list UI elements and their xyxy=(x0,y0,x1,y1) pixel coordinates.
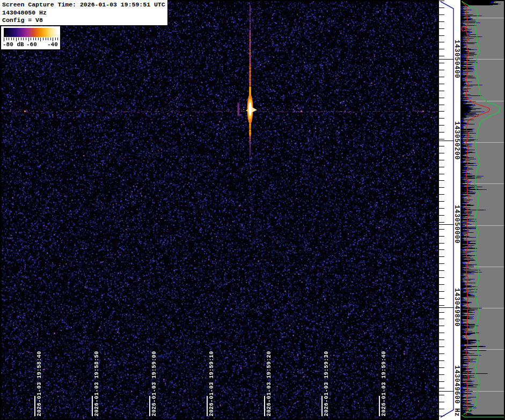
time-label: 2026-01-03 19:59:30 xyxy=(324,351,330,416)
frequency-label: 143050200 xyxy=(453,121,460,160)
color-scale-ticks xyxy=(4,38,58,41)
time-tick-mark xyxy=(379,396,380,416)
capture-time-text: Screen Capture Time: 2026-01-03 19:59:51… xyxy=(2,1,167,9)
scale-label-minus40: -40 xyxy=(47,41,58,48)
frequency-major-tick xyxy=(439,141,454,141)
color-scale-gradient xyxy=(4,28,58,37)
time-label: 2026-01-03 19:58:40 xyxy=(36,351,42,416)
capture-info-box: Screen Capture Time: 2026-01-03 19:59:51… xyxy=(0,0,168,26)
frequency-major-tick xyxy=(439,307,454,308)
spectrum-graph-panel xyxy=(460,1,504,419)
frequency-label: 143050000 xyxy=(453,205,460,244)
time-label: 2026-01-03 19:59:20 xyxy=(266,351,272,416)
time-label: 2026-01-03 19:59:40 xyxy=(381,351,387,416)
time-tick-mark xyxy=(321,396,323,416)
waterfall-spectrogram xyxy=(1,1,438,419)
frequency-ruler: 1430504001430502001430500001430498001430… xyxy=(439,0,460,420)
color-scale-labels: -80 dB -60 -40 xyxy=(1,41,61,49)
frequency-label: 143050400 xyxy=(453,40,460,78)
color-scale-legend: -80 dB -60 -40 xyxy=(1,26,61,50)
frequency-label: 143049800 xyxy=(453,288,460,327)
time-label: 2026-01-03 19:59:00 xyxy=(151,351,157,416)
frequency-label: 143049600 Hz xyxy=(453,365,460,417)
time-tick-mark xyxy=(207,396,208,416)
scale-label-minus80: -80 dB xyxy=(3,41,24,48)
frequency-major-tick xyxy=(439,59,454,60)
time-tick-mark xyxy=(264,396,265,416)
center-frequency-text: 143048050 Hz xyxy=(2,9,167,17)
time-tick-mark xyxy=(149,396,150,416)
time-label: 2026-01-03 19:59:10 xyxy=(209,351,215,416)
config-text: Config = V8 xyxy=(2,17,167,25)
time-tick-mark xyxy=(92,396,93,416)
scale-label-minus60: -60 xyxy=(26,41,37,48)
frequency-major-tick xyxy=(439,391,454,392)
frequency-major-tick xyxy=(439,224,454,225)
time-label: 2026-01-03 19:58:50 xyxy=(94,351,100,416)
time-tick-mark xyxy=(34,396,35,416)
spectrum-lab-capture: 1430504001430502001430500001430498001430… xyxy=(0,0,505,420)
